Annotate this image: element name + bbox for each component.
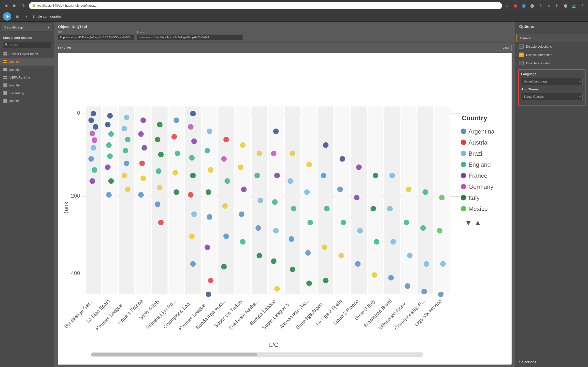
svg-point-114 <box>208 278 214 283</box>
svg-point-165 <box>372 272 377 278</box>
disable-selections-row: Disable selections <box>516 42 588 51</box>
svg-point-132 <box>273 129 279 134</box>
svg-point-167 <box>387 206 393 212</box>
disable-animation-checkbox[interactable] <box>519 61 524 65</box>
svg-point-88 <box>155 137 160 142</box>
svg-rect-23 <box>3 99 5 101</box>
sheet-icon <box>3 52 7 56</box>
svg-point-111 <box>206 189 211 195</box>
svg-rect-6 <box>3 62 5 63</box>
sidebar-item-notitle-3[interactable]: [no title] <box>0 81 54 89</box>
svg-point-135 <box>272 199 278 205</box>
dropdown-icon-button[interactable]: ▾ <box>23 13 30 20</box>
app-theme-dropdown[interactable]: Sense Classic Sense Focus Sense Breeze <box>521 93 583 100</box>
sheet-icon-2 <box>3 75 7 80</box>
sidebar-item-elo[interactable]: Elo Rating <box>0 89 54 97</box>
svg-point-106 <box>189 233 195 239</box>
ext1-button[interactable]: ⬤ <box>512 2 519 9</box>
svg-point-70 <box>107 153 113 159</box>
browser-bar: ◀ ▶ ↻ 🔒 localhost:4848/dev-hub/single-co… <box>0 0 588 11</box>
svg-rect-1 <box>5 52 7 54</box>
svg-point-107 <box>190 261 196 267</box>
svg-point-187 <box>461 151 466 156</box>
address-bar[interactable]: 🔒 localhost:4848/dev-hub/single-configur… <box>29 2 502 9</box>
svg-point-66 <box>107 113 113 119</box>
svg-point-97 <box>172 170 178 176</box>
ext5-button[interactable]: ✉ <box>546 2 552 9</box>
object-icon-4 <box>3 99 7 103</box>
svg-point-193 <box>461 184 466 190</box>
svg-point-168 <box>390 239 396 245</box>
search-input[interactable] <box>10 43 49 47</box>
svg-point-120 <box>223 233 229 239</box>
svg-point-91 <box>157 185 163 190</box>
svg-point-100 <box>188 124 194 130</box>
svg-point-69 <box>106 142 112 148</box>
svg-text:France: France <box>468 172 487 179</box>
svg-point-154 <box>340 156 345 162</box>
svg-point-58 <box>88 118 94 123</box>
view-button[interactable]: ⊞ View <box>496 45 512 51</box>
svg-point-112 <box>207 214 213 220</box>
disable-animation-row: Disable animation <box>516 59 588 67</box>
svg-rect-48 <box>301 107 317 294</box>
preview-header: Preview ⊞ View <box>58 45 512 51</box>
svg-rect-13 <box>3 78 5 79</box>
svg-point-75 <box>122 126 127 131</box>
ext7-button[interactable]: ⬤ <box>562 2 569 9</box>
svg-point-129 <box>258 198 263 203</box>
app-logo-button[interactable]: ⊕ <box>3 12 11 21</box>
svg-rect-14 <box>5 78 7 79</box>
ext4-button[interactable]: S <box>537 2 544 9</box>
app-toolbar: ⊕ ☰ ▾ Single configurator <box>0 11 588 22</box>
forward-button[interactable]: ▶ <box>11 2 18 9</box>
svg-point-123 <box>238 164 244 170</box>
ext3-button[interactable]: ⬤ <box>529 2 535 9</box>
sidebar-item-notitle-1[interactable]: [no title] <box>0 58 54 66</box>
tab-general[interactable]: General <box>516 34 588 42</box>
reload-button[interactable]: ↻ <box>20 2 27 9</box>
iframe-input[interactable] <box>137 34 243 40</box>
object-icon-1 <box>3 59 7 64</box>
cast-button[interactable]: 📺 <box>571 2 577 9</box>
ext2-button[interactable]: ⬤ <box>521 2 527 9</box>
svg-rect-40 <box>169 107 184 294</box>
svg-point-80 <box>125 187 130 192</box>
svg-text:Austria: Austria <box>468 139 487 146</box>
app-selector-button[interactable]: 0 sandbox.qvf ▾ <box>2 24 52 31</box>
svg-rect-50 <box>335 107 350 294</box>
svg-rect-15 <box>3 83 5 85</box>
svg-rect-10 <box>3 70 7 71</box>
language-dropdown[interactable]: Default language English German French <box>521 78 583 85</box>
address-text: localhost:4848/dev-hub/single-configurat… <box>37 4 98 7</box>
disable-interaction-row: Disable interaction <box>516 51 588 59</box>
svg-rect-21 <box>3 93 5 95</box>
sidebar-item-uefa[interactable]: UEFA Ranking <box>0 73 54 81</box>
svg-point-81 <box>140 118 146 123</box>
main-layout: 0 sandbox.qvf ▾ Sheets and objects 🔍 Soc… <box>0 22 588 367</box>
sidebar-item-notitle-4[interactable]: [no title] <box>0 97 54 105</box>
list-icon-button[interactable]: ☰ <box>14 13 21 20</box>
svg-rect-18 <box>5 85 7 87</box>
svg-point-163 <box>371 206 376 212</box>
sidebar-item-notitle-2[interactable]: [no title] <box>0 66 54 73</box>
app-selector-label: 0 sandbox.qvf <box>4 26 24 29</box>
back-button[interactable]: ◀ <box>2 2 9 9</box>
svg-point-195 <box>461 195 466 201</box>
disable-selections-checkbox[interactable] <box>519 44 524 49</box>
svg-point-67 <box>105 122 111 128</box>
url-input[interactable] <box>58 34 134 40</box>
menu-button[interactable]: ⋮ <box>579 2 586 9</box>
sidebar-item-soccer[interactable]: Soccer Power Index <box>0 50 54 58</box>
svg-point-140 <box>287 178 293 184</box>
ext6-button[interactable]: N <box>554 2 560 9</box>
svg-rect-3 <box>5 54 7 55</box>
chart-svg: Rank 0 200 400 <box>58 53 512 365</box>
svg-point-59 <box>93 124 99 130</box>
star-button[interactable]: ☆ <box>504 2 510 9</box>
svg-point-96 <box>175 151 180 156</box>
search-box[interactable]: 🔍 <box>2 42 51 48</box>
disable-interaction-checkbox[interactable] <box>519 53 524 57</box>
disable-animation-label: Disable animation <box>526 61 551 65</box>
svg-point-84 <box>139 161 145 166</box>
